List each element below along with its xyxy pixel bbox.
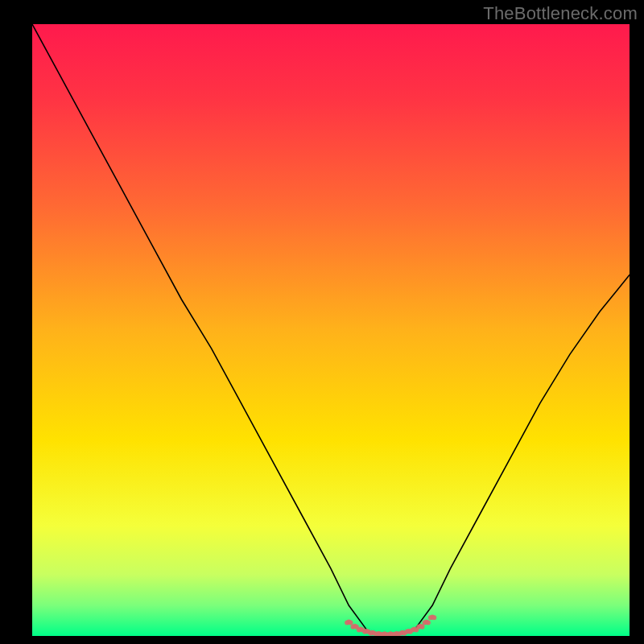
gradient-background xyxy=(32,24,630,636)
chart-svg xyxy=(32,24,630,636)
watermark-text: TheBottleneck.com xyxy=(483,3,638,24)
chart-frame: TheBottleneck.com xyxy=(0,0,644,644)
valley-dot xyxy=(420,625,425,630)
plot-area xyxy=(32,24,630,636)
valley-dot xyxy=(431,615,436,620)
valley-dot xyxy=(426,620,431,625)
valley-dot xyxy=(349,620,353,625)
